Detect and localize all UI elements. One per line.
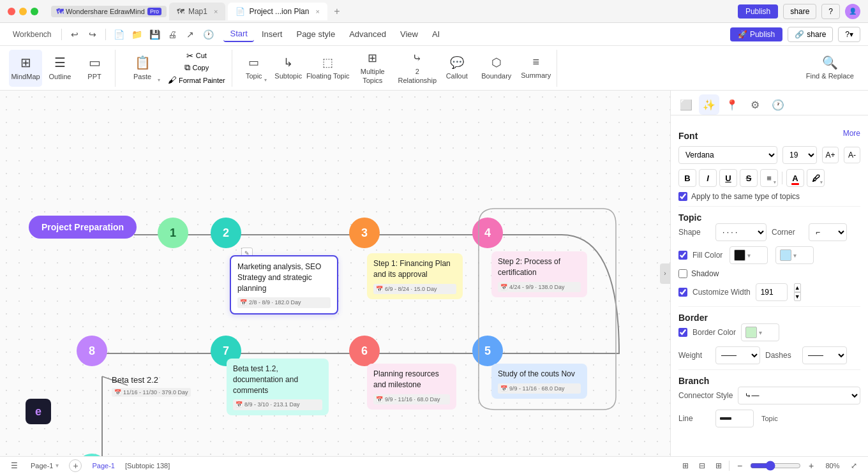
print-button[interactable]: 🖨: [165, 27, 180, 42]
shape-select[interactable]: · · · ·: [715, 223, 767, 241]
weight-select[interactable]: ——: [715, 346, 760, 364]
node-8[interactable]: 8: [77, 336, 107, 366]
font-color-button[interactable]: A: [786, 169, 804, 187]
fill-color-checkbox[interactable]: [678, 251, 687, 260]
publish-button[interactable]: Publish: [738, 4, 778, 19]
menu-view[interactable]: View: [394, 27, 424, 41]
corner-select[interactable]: ⌐: [809, 223, 847, 241]
panel-tab-shape[interactable]: ⬜: [676, 94, 696, 115]
find-replace-button[interactable]: 🔍 Find & Replace: [801, 50, 859, 87]
node-3-card[interactable]: Step 1: Financing Plan and its approval …: [367, 253, 463, 299]
workbench-button[interactable]: Workbench: [8, 27, 56, 41]
help-button[interactable]: ?: [821, 4, 840, 19]
width-input[interactable]: [756, 283, 788, 301]
menu-page-style[interactable]: Page style: [290, 27, 341, 41]
node-8-card[interactable]: Beta test 2.2 📅 11/16 - 11/30 · 379.0 Da…: [112, 374, 191, 397]
topic-button[interactable]: ▭ Topic ▾: [237, 50, 271, 87]
node-5[interactable]: 5: [472, 336, 503, 366]
split-view-button[interactable]: ⊟: [696, 459, 708, 472]
zoom-out-button[interactable]: −: [733, 459, 746, 472]
fullscreen-button[interactable]: ⤢: [848, 459, 860, 472]
close-button[interactable]: [8, 8, 15, 15]
maximize-button[interactable]: [31, 8, 38, 15]
share-button[interactable]: share: [783, 4, 816, 19]
font-name-select[interactable]: Verdana: [678, 146, 777, 164]
node-6[interactable]: 6: [349, 336, 380, 366]
ppt-button[interactable]: ▭ PPT: [78, 50, 111, 87]
node-1[interactable]: 1: [158, 218, 188, 248]
node-2-card[interactable]: Marketing analysis, SEO Strategy and str…: [230, 255, 338, 315]
summary-button[interactable]: ≡ Summary: [520, 50, 553, 87]
share-button-2[interactable]: 🔗 share: [788, 27, 833, 42]
node-9[interactable]: 9: [77, 454, 107, 456]
width-down-button[interactable]: ▼: [794, 292, 801, 301]
floating-topic-button[interactable]: ⬚ Floating Topic: [306, 50, 350, 87]
line-color-picker[interactable]: [715, 410, 754, 427]
width-up-button[interactable]: ▲: [794, 283, 801, 292]
mindmap-button[interactable]: ⊞ MindMap: [9, 50, 42, 87]
menu-insert[interactable]: Insert: [255, 27, 289, 41]
format-painter-button[interactable]: 🖌 Format Painter: [165, 75, 228, 86]
panel-tab-style[interactable]: ✨: [699, 94, 719, 115]
node-5-card[interactable]: Study of the couts Nov 📅 9/9 - 11/16 · 6…: [491, 364, 587, 399]
history-button[interactable]: 🕐: [200, 27, 216, 42]
node-7-card[interactable]: Beta test 1.2, documentation and comment…: [227, 359, 329, 415]
strikethrough-button[interactable]: S: [740, 169, 758, 187]
panel-tab-settings[interactable]: ⚙: [745, 94, 765, 115]
node-3[interactable]: 3: [349, 218, 380, 248]
minimize-button[interactable]: [19, 8, 27, 15]
bold-button[interactable]: B: [678, 169, 696, 187]
root-node[interactable]: Project Preparation: [29, 216, 137, 239]
dashes-select[interactable]: ——: [802, 346, 847, 364]
node-4-card[interactable]: Step 2: Process of certification 📅 4/24 …: [491, 251, 587, 297]
copy-button[interactable]: ⧉ Copy: [165, 62, 228, 73]
menu-start[interactable]: Start: [223, 26, 253, 42]
panel-toggle-button[interactable]: ☰: [8, 459, 20, 472]
grid-view-button[interactable]: ⊞: [712, 459, 725, 472]
panel-collapse-button[interactable]: ›: [660, 263, 670, 284]
tab-project[interactable]: 📄 Project ...ion Plan ×: [228, 3, 327, 20]
panel-icon-button[interactable]: ⊞: [679, 459, 692, 472]
cut-button[interactable]: ✂ Cut: [165, 50, 228, 61]
fill-color-picker[interactable]: ▾: [730, 246, 768, 264]
user-avatar[interactable]: 👤: [845, 4, 860, 19]
node-2[interactable]: 2: [211, 218, 241, 248]
help-button-2[interactable]: ?▾: [838, 27, 860, 42]
customize-width-checkbox[interactable]: [678, 288, 687, 297]
underline-button[interactable]: U: [719, 169, 737, 187]
subtopic-button[interactable]: ↳ Subtopic: [272, 50, 305, 87]
font-more-button[interactable]: More: [843, 129, 860, 138]
menu-ai[interactable]: AI: [426, 27, 446, 41]
font-size-select[interactable]: 19: [782, 146, 817, 164]
tab-project-close[interactable]: ×: [315, 8, 319, 15]
save-button[interactable]: 💾: [147, 27, 162, 42]
relationship-button[interactable]: ⤷ 2 Relationship ▾: [396, 50, 439, 87]
undo-button[interactable]: ↩: [67, 27, 82, 42]
font-decrease-button[interactable]: A-: [844, 147, 860, 163]
fill-color-picker-2[interactable]: ▾: [775, 246, 814, 264]
border-color-checkbox[interactable]: [678, 328, 687, 337]
multiple-topics-button[interactable]: ⊞ Multiple Topics: [351, 50, 394, 87]
node-6-card[interactable]: Planning resources and milestone 📅 9/9 -…: [367, 364, 456, 410]
apply-same-type-checkbox[interactable]: [678, 192, 687, 201]
zoom-in-button[interactable]: +: [805, 459, 818, 472]
panel-tab-time[interactable]: 🕐: [768, 94, 788, 115]
align-button[interactable]: ≡▾: [760, 169, 778, 187]
active-page-tab[interactable]: Page-1: [87, 461, 119, 471]
boundary-button[interactable]: ⬡ Boundary: [475, 50, 518, 87]
publish-button-2[interactable]: 🚀 Publish: [730, 27, 782, 41]
new-button[interactable]: 📄: [111, 27, 126, 42]
outline-button[interactable]: ☰ Outline: [43, 50, 77, 87]
paste-button[interactable]: 📋 Paste ▾: [121, 50, 164, 87]
add-tab-button[interactable]: +: [330, 4, 344, 19]
redo-button[interactable]: ↪: [85, 27, 100, 42]
menu-advanced[interactable]: Advanced: [343, 27, 393, 41]
tab-map1[interactable]: 🗺 Map1 ×: [169, 3, 225, 20]
zoom-slider[interactable]: [750, 461, 801, 471]
canvas[interactable]: › e: [0, 91, 670, 456]
italic-button[interactable]: I: [699, 169, 717, 187]
open-button[interactable]: 📁: [129, 27, 144, 42]
border-color-picker[interactable]: ▾: [741, 323, 779, 341]
font-increase-button[interactable]: A+: [822, 147, 839, 163]
highlight-button[interactable]: 🖊▾: [807, 169, 825, 187]
